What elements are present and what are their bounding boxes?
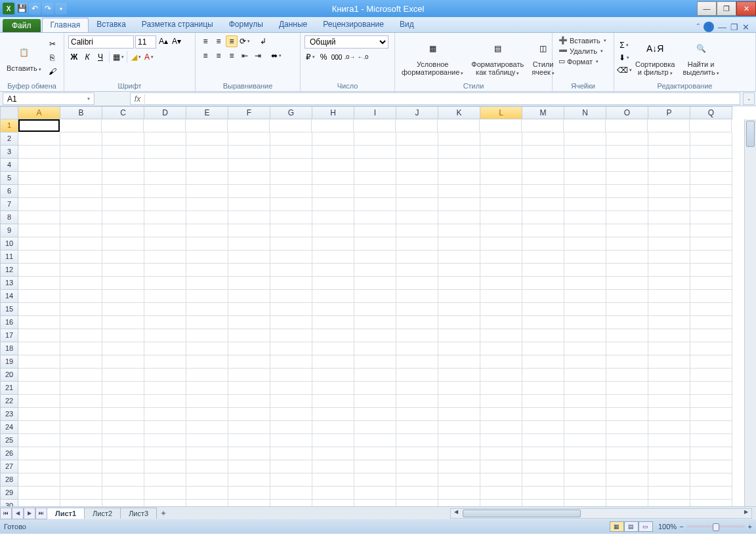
cell-J29[interactable]	[396, 487, 438, 500]
cell-C11[interactable]	[102, 250, 144, 264]
comma-icon[interactable]: 000	[331, 51, 343, 63]
cell-C19[interactable]	[102, 355, 144, 369]
cell-M19[interactable]	[522, 355, 564, 369]
cell-E13[interactable]	[186, 277, 228, 290]
cell-Q11[interactable]	[690, 250, 732, 264]
cell-J21[interactable]	[396, 382, 438, 395]
cell-A19[interactable]	[18, 355, 60, 369]
row-header-22[interactable]: 22	[0, 395, 18, 408]
cell-I19[interactable]	[354, 355, 396, 369]
row-header-5[interactable]: 5	[0, 172, 18, 185]
cell-E17[interactable]	[186, 329, 228, 342]
cell-P25[interactable]	[648, 434, 690, 447]
cell-C5[interactable]	[102, 172, 144, 185]
cell-A21[interactable]	[18, 382, 60, 395]
cell-A16[interactable]	[18, 316, 60, 329]
cell-D15[interactable]	[144, 303, 186, 316]
cell-J17[interactable]	[396, 329, 438, 342]
cell-P29[interactable]	[648, 487, 690, 500]
cell-K5[interactable]	[438, 172, 480, 185]
ribbon-tab-Рецензирование[interactable]: Рецензирование	[315, 18, 392, 32]
cell-B23[interactable]	[60, 408, 102, 421]
cell-A18[interactable]	[18, 342, 60, 355]
cell-B7[interactable]	[60, 198, 102, 211]
orientation-icon[interactable]: ⟳	[239, 35, 251, 47]
column-header-O[interactable]: O	[606, 106, 648, 119]
cell-K17[interactable]	[438, 329, 480, 342]
cell-O30[interactable]	[606, 500, 648, 506]
cell-Q18[interactable]	[690, 342, 732, 355]
cell-O19[interactable]	[606, 355, 648, 369]
cell-B3[interactable]	[60, 146, 102, 159]
cell-B24[interactable]	[60, 421, 102, 434]
cell-N26[interactable]	[564, 447, 606, 460]
cell-A30[interactable]	[18, 500, 60, 506]
column-header-Q[interactable]: Q	[690, 106, 732, 119]
cell-Q12[interactable]	[690, 264, 732, 277]
cell-G10[interactable]	[270, 237, 312, 250]
cell-K27[interactable]	[438, 460, 480, 473]
cell-M21[interactable]	[522, 382, 564, 395]
cell-G13[interactable]	[270, 277, 312, 290]
cell-H6[interactable]	[312, 185, 354, 198]
column-header-M[interactable]: M	[522, 106, 564, 119]
decrease-indent-icon[interactable]: ⇤	[239, 50, 251, 62]
currency-icon[interactable]: ₽	[304, 51, 316, 63]
cell-M3[interactable]	[522, 146, 564, 159]
cell-P15[interactable]	[648, 303, 690, 316]
cell-E12[interactable]	[186, 264, 228, 277]
cell-N17[interactable]	[564, 329, 606, 342]
cell-Q24[interactable]	[690, 421, 732, 434]
minimize-ribbon-icon[interactable]: ˆ	[697, 22, 700, 32]
cell-M18[interactable]	[522, 342, 564, 355]
cell-N23[interactable]	[564, 408, 606, 421]
cell-O16[interactable]	[606, 316, 648, 329]
row-header-13[interactable]: 13	[0, 277, 18, 290]
cell-D18[interactable]	[144, 342, 186, 355]
cell-D30[interactable]	[144, 500, 186, 506]
cell-D20[interactable]	[144, 369, 186, 382]
page-layout-view-button[interactable]: ▤	[624, 521, 639, 532]
cell-A15[interactable]	[18, 303, 60, 316]
cell-B30[interactable]	[60, 500, 102, 506]
cell-G5[interactable]	[270, 172, 312, 185]
cell-G26[interactable]	[270, 447, 312, 460]
cell-D1[interactable]	[144, 119, 186, 132]
cell-F15[interactable]	[228, 303, 270, 316]
cell-D10[interactable]	[144, 237, 186, 250]
cell-H5[interactable]	[312, 172, 354, 185]
cell-O9[interactable]	[606, 224, 648, 237]
cell-O6[interactable]	[606, 185, 648, 198]
cell-Q26[interactable]	[690, 447, 732, 460]
cell-Q23[interactable]	[690, 408, 732, 421]
cell-A8[interactable]	[18, 211, 60, 224]
cell-E9[interactable]	[186, 224, 228, 237]
row-header-11[interactable]: 11	[0, 250, 18, 264]
cell-F29[interactable]	[228, 487, 270, 500]
row-header-19[interactable]: 19	[0, 355, 18, 369]
cell-Q14[interactable]	[690, 290, 732, 303]
cell-M17[interactable]	[522, 329, 564, 342]
cell-K30[interactable]	[438, 500, 480, 506]
cell-I13[interactable]	[354, 277, 396, 290]
cell-O24[interactable]	[606, 421, 648, 434]
cell-C22[interactable]	[102, 395, 144, 408]
cell-E25[interactable]	[186, 434, 228, 447]
cell-M11[interactable]	[522, 250, 564, 264]
cell-F19[interactable]	[228, 355, 270, 369]
cell-C16[interactable]	[102, 316, 144, 329]
cell-M13[interactable]	[522, 277, 564, 290]
cell-K12[interactable]	[438, 264, 480, 277]
cell-K29[interactable]	[438, 487, 480, 500]
cell-F9[interactable]	[228, 224, 270, 237]
cell-E20[interactable]	[186, 369, 228, 382]
cell-D11[interactable]	[144, 250, 186, 264]
row-header-1[interactable]: 1	[0, 119, 18, 132]
cell-L14[interactable]	[480, 290, 522, 303]
cell-D16[interactable]	[144, 316, 186, 329]
cell-Q22[interactable]	[690, 395, 732, 408]
cell-N16[interactable]	[564, 316, 606, 329]
cell-G12[interactable]	[270, 264, 312, 277]
cell-D22[interactable]	[144, 395, 186, 408]
cell-D25[interactable]	[144, 434, 186, 447]
